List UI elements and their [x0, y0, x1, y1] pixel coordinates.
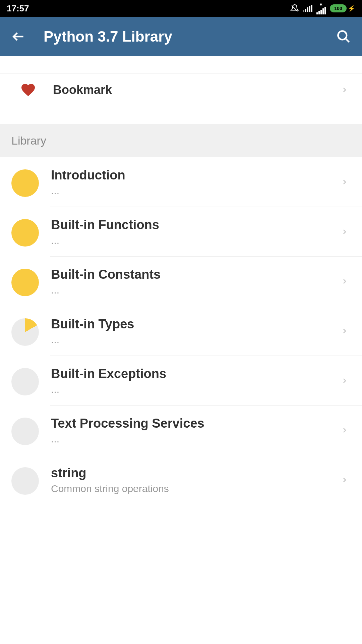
app-bar: Python 3.7 Library — [0, 17, 362, 56]
list-item-subtitle: ... — [51, 185, 341, 197]
list-item-title: Built-in Constants — [51, 267, 341, 282]
progress-circle-icon — [11, 418, 39, 445]
search-button[interactable] — [335, 28, 352, 45]
list-item-title: Built-in Functions — [51, 218, 341, 232]
progress-circle-icon — [11, 467, 39, 495]
list-item-title: Built-in Exceptions — [51, 367, 341, 381]
battery-icon: 100 ⚡ — [330, 4, 355, 12]
content-area: Bookmark Library Introduction...Built-in… — [0, 56, 362, 505]
list-item[interactable]: Text Processing Services... — [0, 406, 362, 455]
list-item-content: Built-in Types... — [51, 317, 341, 345]
list-item-content: Built-in Exceptions... — [51, 367, 341, 395]
chevron-right-icon — [341, 476, 349, 484]
list-item[interactable]: Built-in Functions... — [0, 207, 362, 257]
bookmark-row[interactable]: Bookmark — [0, 73, 362, 106]
progress-circle-icon — [11, 169, 39, 197]
list-item[interactable]: Built-in Types... — [0, 306, 362, 356]
list-item-content: Text Processing Services... — [51, 416, 341, 445]
svg-point-2 — [338, 31, 347, 40]
mute-icon — [290, 4, 299, 13]
list-item[interactable]: Introduction... — [0, 157, 362, 207]
list-item-content: Built-in Constants... — [51, 267, 341, 296]
status-bar: 17:57 R 100 ⚡ — [0, 0, 362, 17]
status-time: 17:57 — [7, 3, 29, 14]
list-item-subtitle: ... — [51, 235, 341, 246]
chevron-right-icon — [341, 377, 349, 385]
section-label: Library — [11, 134, 46, 147]
page-title: Python 3.7 Library — [44, 28, 318, 45]
list-item-subtitle: Common string operations — [51, 483, 341, 494]
list-item-subtitle: ... — [51, 384, 341, 395]
list-item[interactable]: Built-in Constants... — [0, 257, 362, 306]
list-item-title: Introduction — [51, 168, 341, 182]
spacer — [0, 106, 362, 124]
chevron-right-icon — [341, 86, 349, 94]
chevron-right-icon — [341, 228, 349, 236]
list-item-title: Built-in Types — [51, 317, 341, 331]
signal-icon-1 — [303, 5, 312, 12]
signal-icon-2: R — [316, 2, 326, 14]
chevron-right-icon — [341, 426, 349, 434]
back-button[interactable] — [10, 28, 27, 45]
progress-circle-icon — [11, 368, 39, 395]
list-item-subtitle: ... — [51, 433, 341, 445]
list-item-content: Built-in Functions... — [51, 218, 341, 246]
list-item-content: Introduction... — [51, 168, 341, 197]
list-item-content: stringCommon string operations — [51, 466, 341, 494]
chevron-right-icon — [341, 178, 349, 186]
list-item[interactable]: stringCommon string operations — [0, 455, 362, 505]
back-arrow-icon — [11, 29, 26, 44]
list-item-subtitle: ... — [51, 334, 341, 345]
spacer — [0, 56, 362, 73]
bookmark-label: Bookmark — [53, 83, 341, 97]
list-item[interactable]: Built-in Exceptions... — [0, 356, 362, 406]
heart-icon — [20, 82, 36, 98]
list-item-subtitle: ... — [51, 284, 341, 296]
search-icon — [336, 29, 351, 44]
list-item-title: Text Processing Services — [51, 416, 341, 431]
section-header: Library — [0, 124, 362, 157]
list-item-title: string — [51, 466, 341, 480]
status-icons: R 100 ⚡ — [290, 2, 355, 14]
chevron-right-icon — [341, 327, 349, 335]
svg-line-3 — [346, 38, 349, 42]
progress-circle-icon — [11, 219, 39, 247]
chevron-right-icon — [341, 277, 349, 285]
progress-circle-icon — [11, 269, 39, 296]
progress-circle-icon — [11, 318, 39, 346]
